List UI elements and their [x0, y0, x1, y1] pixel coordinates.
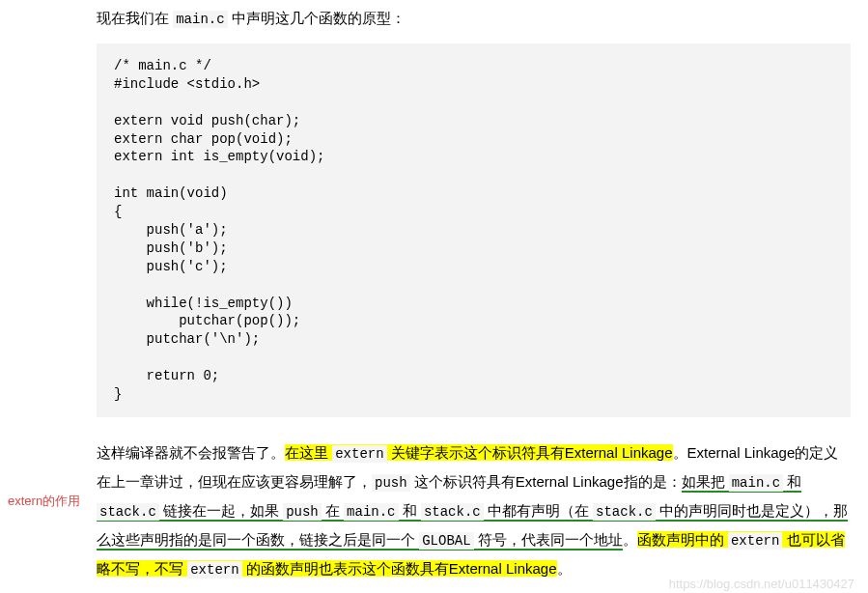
inline-code-stackc: stack.c [97, 503, 159, 521]
intro-text-before: 现在我们在 [97, 10, 169, 26]
highlight-extern-meaning: 在这里 extern 关键字表示这个标识符具有External Linkage [285, 444, 673, 461]
inline-code-mainc: main.c [344, 503, 398, 521]
inline-code-stackc: stack.c [593, 503, 656, 521]
inline-code-push: push [372, 474, 410, 492]
inline-code-extern: extern [728, 532, 782, 550]
hl-text: 函数声明中的 [637, 531, 724, 548]
inline-code-mainc: main.c [173, 11, 227, 28]
code-block: /* main.c */ #include <stdio.h> extern v… [97, 43, 851, 417]
ul-text: 和 [403, 502, 417, 519]
para-text: 这样编译器就不会报警告了。 [97, 444, 285, 461]
ul-text: 中都有声明（在 [488, 502, 589, 519]
main-paragraph: 这样编译器就不会报警告了。在这里 extern 关键字表示这个标识符具有Exte… [97, 438, 851, 583]
article-content: 现在我们在 main.c 中声明这几个函数的原型： /* main.c */ #… [0, 0, 868, 593]
margin-annotation: extern的作用 [8, 493, 80, 510]
ul-text: 在 [325, 502, 340, 519]
hl-text: 在这里 [285, 444, 328, 461]
ul-text: 如果把 [682, 473, 725, 490]
inline-code-push: push [283, 503, 322, 521]
inline-code-mainc: main.c [729, 474, 783, 492]
hl-text: 的函数声明也表示这个函数具有External Linkage [246, 560, 557, 577]
intro-line: 现在我们在 main.c 中声明这几个函数的原型： [97, 8, 851, 30]
inline-code-global: GLOBAL [419, 532, 473, 550]
hl-text: 关键字表示这个标识符具有External Linkage [391, 444, 673, 461]
ul-text: 链接在一起，如果 [163, 502, 279, 519]
inline-code-stackc: stack.c [421, 503, 484, 521]
ul-text: 和 [787, 473, 801, 490]
intro-text-after: 中声明这几个函数的原型： [232, 10, 406, 26]
para-text: 这个标识符具有External Linkage指的是： [410, 473, 682, 490]
inline-code-extern: extern [187, 561, 241, 579]
inline-code-extern: extern [332, 445, 386, 463]
para-text: 。 [557, 560, 572, 577]
ul-text: 符号，代表同一个地址 [478, 531, 623, 548]
para-text: 。 [623, 531, 637, 548]
